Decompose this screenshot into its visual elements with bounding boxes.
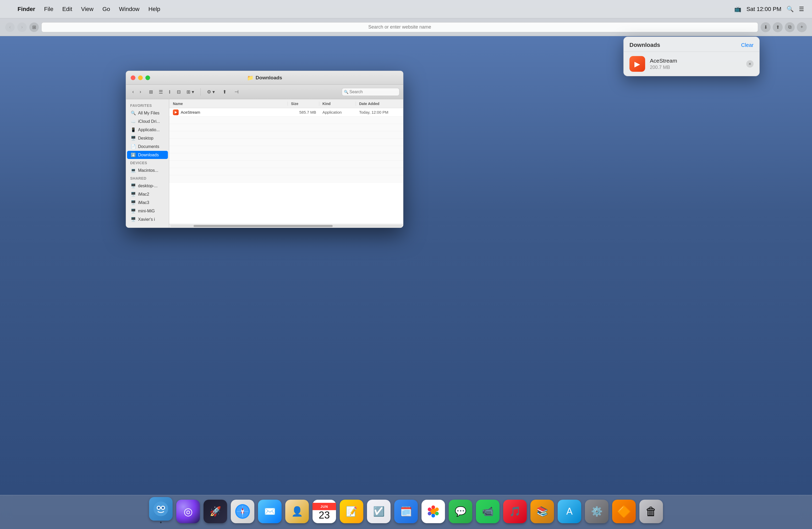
vlc-dock-icon: 🔶	[612, 500, 636, 523]
sidebar-item-icloud[interactable]: ☁️ iCloud Dri...	[127, 117, 168, 126]
favorites-label: Favorites	[126, 102, 169, 109]
sysprefs-dock-icon: ⚙️	[585, 500, 608, 523]
table-row-empty	[169, 146, 403, 153]
dock-item-sysprefs[interactable]: ⚙️	[585, 500, 608, 523]
dock-item-finder[interactable]	[149, 497, 173, 523]
menu-view[interactable]: View	[78, 5, 97, 14]
maximize-window-button[interactable]	[145, 75, 150, 80]
minimize-window-button[interactable]	[138, 75, 143, 80]
close-window-button[interactable]	[131, 75, 135, 80]
finder-forward-button[interactable]: ›	[137, 87, 144, 96]
icon-view-button[interactable]: ⊞	[146, 87, 156, 97]
finder-search-input[interactable]	[342, 88, 400, 96]
table-row-empty	[169, 168, 403, 175]
finder-dock-dot	[160, 522, 162, 523]
share-finder-button[interactable]: ⬆	[220, 87, 229, 97]
view-buttons: ⊞ ☰ ⫿ ⊟ ⊞ ▾	[146, 87, 197, 97]
contacts-dock-icon: 👤	[285, 500, 309, 523]
sidebar-item-applications[interactable]: 📱 Applicatio...	[127, 126, 168, 134]
dock-item-mail[interactable]: ✉️	[258, 500, 281, 523]
menu-window[interactable]: Window	[116, 5, 143, 14]
menu-finder[interactable]: Finder	[14, 5, 38, 14]
dock-item-notes[interactable]: 📝	[340, 500, 363, 523]
menu-edit[interactable]: Edit	[59, 5, 75, 14]
sidebar-item-desktop[interactable]: 🖥️ Desktop	[127, 134, 168, 142]
dock-item-reminders[interactable]: ☑️	[367, 500, 391, 523]
finder-back-button[interactable]: ‹	[130, 87, 136, 96]
menubar-right: 📺 Sat 12:00 PM 🔍 ☰	[734, 6, 804, 13]
file-list-header: Name Size Kind Date Added	[169, 99, 403, 108]
menu-file[interactable]: File	[41, 5, 56, 14]
file-list-body: ▶ AceStream 585.7 MB Application Today, …	[169, 108, 403, 224]
search-icon[interactable]: 🔍	[787, 6, 794, 13]
column-view-button[interactable]: ⫿	[166, 87, 174, 96]
forward-button[interactable]: ›	[17, 23, 27, 32]
action-button[interactable]: ⚙ ▾	[204, 87, 217, 97]
search-wrapper: 🔍	[342, 88, 400, 96]
sidebar-item-macintosh[interactable]: 💻 Macintos...	[127, 166, 168, 174]
dock-item-siri[interactable]: ◎	[176, 500, 200, 523]
group-view-button[interactable]: ⊞ ▾	[184, 87, 197, 97]
copy-url-button[interactable]: ⧉	[785, 22, 795, 32]
scrollbar-thumb[interactable]	[193, 225, 333, 227]
sidebar-item-label: mini-MiG	[138, 209, 155, 214]
tags-button[interactable]: ⊣	[232, 87, 241, 97]
download-item[interactable]: ▶ AceStream 200.7 MB ✕	[624, 52, 759, 76]
menu-help[interactable]: Help	[145, 5, 163, 14]
sidebar-item-minimig[interactable]: 🖥️ mini-MiG	[127, 207, 168, 215]
dock-item-books[interactable]: 📚	[531, 500, 554, 523]
horizontal-scrollbar[interactable]	[169, 224, 403, 227]
downloads-popup-title: Downloads	[629, 42, 660, 48]
dock-item-calendar[interactable]: JUN 23	[313, 500, 336, 523]
back-button[interactable]: ‹	[5, 23, 15, 32]
file-size: 585.7 MB	[288, 110, 319, 115]
clear-downloads-button[interactable]: Clear	[741, 42, 754, 48]
acestream-file-icon: ▶	[173, 109, 179, 115]
add-tab-button[interactable]: +	[797, 22, 807, 32]
dock-item-trash[interactable]: 🗑	[639, 500, 663, 523]
menubar-items: Finder File Edit View Go Window Help	[14, 5, 163, 14]
sidebar-item-all-my-files[interactable]: 🔍 All My Files	[127, 109, 168, 117]
dock-item-cal2[interactable]: 🗓️	[394, 500, 418, 523]
dock-item-safari[interactable]	[231, 500, 254, 523]
table-row-empty	[169, 175, 403, 182]
toolbar-divider	[200, 88, 201, 95]
table-row[interactable]: ▶ AceStream 585.7 MB Application Today, …	[169, 108, 403, 117]
col-date: Date Added	[356, 102, 403, 106]
sidebar-item-label: Desktop	[138, 136, 154, 141]
notification-center-icon[interactable]: ☰	[799, 6, 804, 13]
list-view-button[interactable]: ☰	[156, 87, 165, 97]
sidebar-item-label: All My Files	[138, 111, 160, 116]
desktop-icon: 🖥️	[131, 136, 136, 141]
sidebar-toggle-button[interactable]: ⊞	[29, 23, 39, 32]
sidebar-item-imac2[interactable]: 🖥️ iMac2	[127, 190, 168, 198]
dock-item-messages[interactable]: 💬	[449, 500, 472, 523]
gallery-view-button[interactable]: ⊟	[174, 87, 183, 97]
sidebar-item-desktop-shared[interactable]: 🖥️ desktop-...	[127, 182, 168, 190]
browser-right-buttons: ⬇ ⬆ ⧉ +	[761, 22, 807, 32]
dock-item-launchpad[interactable]: 🚀	[204, 500, 227, 523]
url-bar[interactable]	[41, 22, 758, 32]
imac3-icon: 🖥️	[131, 200, 136, 205]
sidebar-item-downloads[interactable]: ⬇️ Downloads	[127, 151, 168, 159]
dock-item-photos[interactable]	[421, 500, 445, 523]
dock-item-contacts[interactable]: 👤	[285, 500, 309, 523]
menubar: Finder File Edit View Go Window Help 📺 S…	[0, 0, 812, 18]
download-item-close[interactable]: ✕	[746, 60, 754, 68]
screen-share-icon[interactable]: 📺	[734, 6, 741, 13]
download-button[interactable]: ⬇	[761, 22, 771, 32]
col-size: Size	[288, 102, 319, 106]
dock-item-music[interactable]: 🎵	[503, 500, 527, 523]
mail-dock-icon: ✉️	[258, 500, 281, 523]
dock-item-facetime[interactable]: 📹	[476, 500, 499, 523]
dock-item-vlc[interactable]: 🔶	[612, 500, 636, 523]
desktop-shared-icon: 🖥️	[131, 183, 136, 188]
sidebar-item-imac3[interactable]: 🖥️ iMac3	[127, 199, 168, 207]
sidebar-item-documents[interactable]: 📄 Documents	[127, 143, 168, 150]
sidebar-item-xavier[interactable]: 🖥️ Xavier's i	[127, 215, 168, 223]
menu-go[interactable]: Go	[99, 5, 113, 14]
table-row-empty	[169, 138, 403, 146]
dock-item-appstore[interactable]: A	[558, 500, 581, 523]
share-button[interactable]: ⬆	[773, 22, 783, 32]
applications-icon: 📱	[131, 127, 136, 132]
